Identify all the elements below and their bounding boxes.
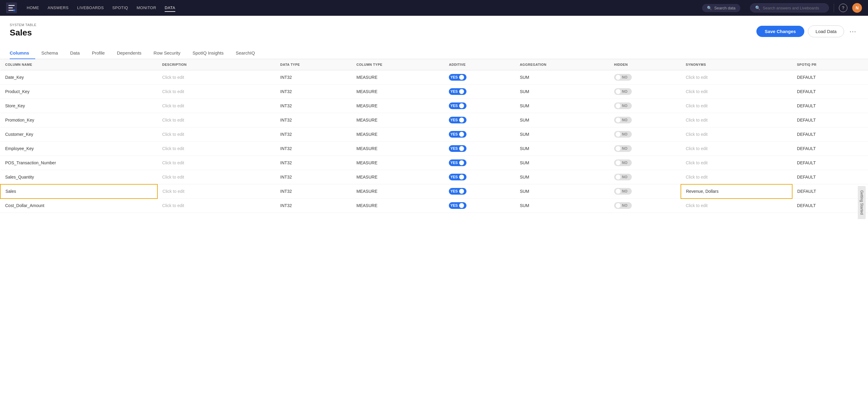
additive-toggle[interactable]: YES	[449, 74, 466, 81]
hidden-toggle[interactable]: NO	[614, 74, 632, 81]
th-additive: ADDITIVE	[444, 59, 515, 70]
tab-row-security[interactable]: Row Security	[147, 47, 186, 59]
cell-hidden[interactable]: NO	[609, 184, 681, 198]
cell-description[interactable]: Click to edit	[157, 184, 275, 198]
cell-column-name[interactable]: Date_Key	[0, 70, 157, 85]
cell-additive[interactable]: YES	[444, 198, 515, 213]
avatar[interactable]: N	[852, 3, 862, 13]
search-data-pill[interactable]: 🔍 Search data	[702, 4, 740, 12]
cell-synonyms[interactable]: Click to edit	[681, 99, 792, 113]
cell-additive[interactable]: YES	[444, 99, 515, 113]
cell-synonyms[interactable]: Click to edit	[681, 142, 792, 156]
hidden-toggle[interactable]: NO	[614, 131, 632, 137]
additive-toggle[interactable]: YES	[449, 174, 466, 180]
cell-data-type: INT32	[275, 70, 351, 85]
hidden-toggle[interactable]: NO	[614, 102, 632, 109]
hidden-toggle[interactable]: NO	[614, 202, 632, 209]
table-row: Customer_KeyClick to editINT32MEASUREYES…	[0, 127, 868, 142]
cell-column-name[interactable]: Sales	[0, 184, 157, 198]
cell-hidden[interactable]: NO	[609, 99, 681, 113]
cell-description[interactable]: Click to edit	[157, 127, 275, 142]
cell-hidden[interactable]: NO	[609, 156, 681, 170]
help-button[interactable]: ?	[839, 4, 847, 12]
additive-toggle[interactable]: YES	[449, 88, 466, 95]
cell-additive[interactable]: YES	[444, 113, 515, 127]
getting-started-tab[interactable]: Getting Started	[858, 186, 866, 219]
load-data-button[interactable]: Load Data	[808, 26, 844, 37]
cell-synonyms[interactable]: Click to edit	[681, 170, 792, 184]
tab-searchiq[interactable]: SearchIQ	[229, 47, 261, 59]
cell-description[interactable]: Click to edit	[157, 70, 275, 85]
tab-dependents[interactable]: Dependents	[111, 47, 147, 59]
logo[interactable]	[6, 2, 17, 13]
table-row: Promotion_KeyClick to editINT32MEASUREYE…	[0, 113, 868, 127]
cell-column-name[interactable]: POS_Transaction_Number	[0, 156, 157, 170]
th-column-type: COLUMN TYPE	[351, 59, 444, 70]
cell-spotiq-priority: DEFAULT	[792, 70, 868, 85]
cell-synonyms[interactable]: Revenue, Dollars	[681, 184, 792, 198]
cell-column-name[interactable]: Promotion_Key	[0, 113, 157, 127]
nav-home[interactable]: HOME	[27, 4, 39, 12]
cell-column-name[interactable]: Customer_Key	[0, 127, 157, 142]
cell-column-name[interactable]: Product_Key	[0, 85, 157, 99]
nav-monitor[interactable]: MONITOR	[136, 4, 156, 12]
cell-description[interactable]: Click to edit	[157, 99, 275, 113]
nav-liveboards[interactable]: LIVEBOARDS	[77, 4, 104, 12]
cell-column-name[interactable]: Store_Key	[0, 99, 157, 113]
cell-additive[interactable]: YES	[444, 127, 515, 142]
cell-synonyms[interactable]: Click to edit	[681, 156, 792, 170]
cell-column-name[interactable]: Employee_Key	[0, 142, 157, 156]
cell-synonyms[interactable]: Click to edit	[681, 113, 792, 127]
cell-additive[interactable]: YES	[444, 142, 515, 156]
additive-toggle[interactable]: YES	[449, 202, 466, 209]
additive-toggle[interactable]: YES	[449, 131, 466, 137]
cell-synonyms[interactable]: Click to edit	[681, 70, 792, 85]
cell-synonyms[interactable]: Click to edit	[681, 85, 792, 99]
cell-hidden[interactable]: NO	[609, 85, 681, 99]
cell-column-name[interactable]: Sales_Quantity	[0, 170, 157, 184]
cell-hidden[interactable]: NO	[609, 127, 681, 142]
cell-hidden[interactable]: NO	[609, 70, 681, 85]
additive-toggle[interactable]: YES	[449, 102, 466, 109]
global-search-input[interactable]	[763, 6, 824, 10]
cell-column-name[interactable]: Cost_Dollar_Amount	[0, 198, 157, 213]
cell-hidden[interactable]: NO	[609, 142, 681, 156]
cell-additive[interactable]: YES	[444, 170, 515, 184]
hidden-toggle[interactable]: NO	[614, 88, 632, 95]
additive-toggle[interactable]: YES	[449, 188, 466, 195]
hidden-toggle[interactable]: NO	[614, 188, 632, 195]
tab-columns[interactable]: Columns	[10, 47, 35, 59]
cell-description[interactable]: Click to edit	[157, 85, 275, 99]
tab-schema[interactable]: Schema	[35, 47, 64, 59]
tab-data[interactable]: Data	[64, 47, 86, 59]
tab-profile[interactable]: Profile	[86, 47, 111, 59]
hidden-toggle[interactable]: NO	[614, 117, 632, 123]
nav-answers[interactable]: ANSWERS	[48, 4, 68, 12]
cell-additive[interactable]: YES	[444, 85, 515, 99]
cell-description[interactable]: Click to edit	[157, 156, 275, 170]
additive-toggle[interactable]: YES	[449, 117, 466, 123]
additive-toggle[interactable]: YES	[449, 159, 466, 166]
cell-additive[interactable]: YES	[444, 70, 515, 85]
cell-additive[interactable]: YES	[444, 156, 515, 170]
cell-description[interactable]: Click to edit	[157, 142, 275, 156]
cell-hidden[interactable]: NO	[609, 198, 681, 213]
more-options-button[interactable]: ···	[848, 26, 858, 37]
cell-synonyms[interactable]: Click to edit	[681, 198, 792, 213]
cell-synonyms[interactable]: Click to edit	[681, 127, 792, 142]
cell-description[interactable]: Click to edit	[157, 170, 275, 184]
nav-spotiq[interactable]: SPOTIQ	[112, 4, 128, 12]
save-changes-button[interactable]: Save Changes	[756, 26, 805, 37]
nav-data[interactable]: DATA	[165, 4, 175, 12]
cell-hidden[interactable]: NO	[609, 113, 681, 127]
hidden-toggle[interactable]: NO	[614, 145, 632, 152]
cell-hidden[interactable]: NO	[609, 170, 681, 184]
hidden-toggle[interactable]: NO	[614, 159, 632, 166]
hidden-toggle[interactable]: NO	[614, 174, 632, 180]
cell-description[interactable]: Click to edit	[157, 113, 275, 127]
cell-additive[interactable]: YES	[444, 184, 515, 198]
additive-toggle[interactable]: YES	[449, 145, 466, 152]
global-search[interactable]: 🔍	[750, 3, 829, 12]
tab-spotiq-insights[interactable]: SpotIQ Insights	[187, 47, 230, 59]
cell-description[interactable]: Click to edit	[157, 198, 275, 213]
